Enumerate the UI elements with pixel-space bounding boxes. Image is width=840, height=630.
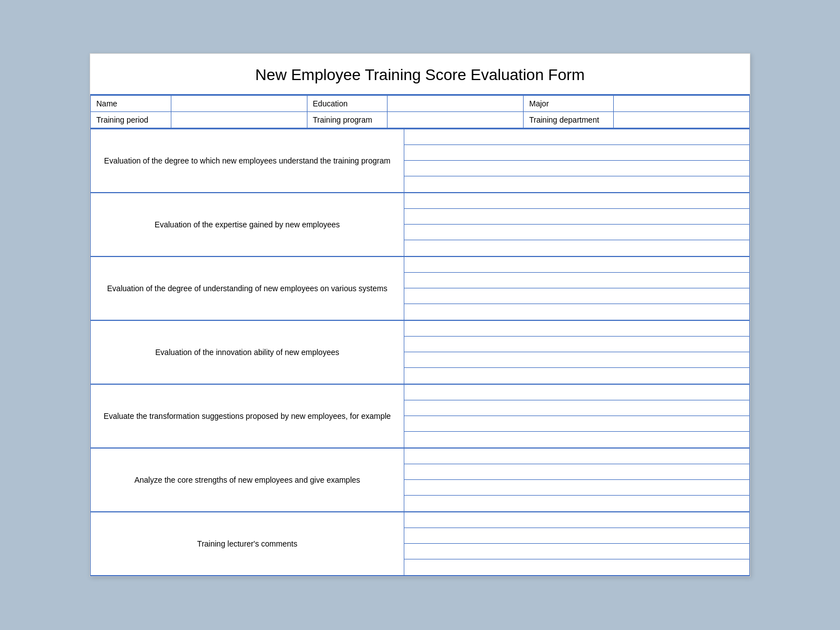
- section-2-label: Evaluation of the expertise gained by ne…: [91, 193, 404, 256]
- major-label: Major: [524, 96, 614, 112]
- sections-container: Evaluation of the degree to which new em…: [90, 128, 750, 576]
- section-2-lines: [404, 193, 749, 256]
- education-value[interactable]: [388, 96, 524, 112]
- form-title: New Employee Training Score Evaluation F…: [90, 54, 750, 95]
- section-3-lines: [404, 257, 749, 320]
- line-row[interactable]: [404, 209, 749, 225]
- training-program-value[interactable]: [388, 112, 524, 128]
- education-label: Education: [307, 96, 388, 112]
- section-6: Analyze the core strengths of new employ…: [91, 449, 749, 512]
- section-7-label: Training lecturer's comments: [91, 512, 404, 575]
- name-value[interactable]: [171, 96, 307, 112]
- training-department-value[interactable]: [614, 112, 750, 128]
- section-4-label: Evaluation of the innovation ability of …: [91, 321, 404, 384]
- line-row[interactable]: [404, 544, 749, 559]
- section-1-label: Evaluation of the degree to which new em…: [91, 129, 404, 192]
- section-3-label: Evaluation of the degree of understandin…: [91, 257, 404, 320]
- section-6-label: Analyze the core strengths of new employ…: [91, 449, 404, 511]
- major-value[interactable]: [614, 96, 750, 112]
- line-row[interactable]: [404, 449, 749, 464]
- training-program-label: Training program: [307, 112, 388, 128]
- line-row[interactable]: [404, 559, 749, 575]
- line-row[interactable]: [404, 193, 749, 209]
- section-3: Evaluation of the degree of understandin…: [91, 257, 749, 321]
- line-row[interactable]: [404, 496, 749, 511]
- training-department-label: Training department: [524, 112, 614, 128]
- line-row[interactable]: [404, 273, 749, 288]
- line-row[interactable]: [404, 304, 749, 320]
- line-row[interactable]: [404, 145, 749, 161]
- header-table: Name Education Major Training period Tra…: [90, 95, 750, 128]
- line-row[interactable]: [404, 416, 749, 432]
- section-5: Evaluate the transformation suggestions …: [91, 385, 749, 449]
- section-4: Evaluation of the innovation ability of …: [91, 321, 749, 385]
- section-1: Evaluation of the degree to which new em…: [91, 129, 749, 193]
- line-row[interactable]: [404, 352, 749, 368]
- line-row[interactable]: [404, 400, 749, 416]
- section-6-lines: [404, 449, 749, 511]
- line-row[interactable]: [404, 368, 749, 384]
- section-2: Evaluation of the expertise gained by ne…: [91, 193, 749, 257]
- line-row[interactable]: [404, 528, 749, 544]
- training-period-label: Training period: [91, 112, 171, 128]
- section-7: Training lecturer's comments: [91, 512, 749, 576]
- line-row[interactable]: [404, 432, 749, 447]
- line-row[interactable]: [404, 257, 749, 273]
- line-row[interactable]: [404, 385, 749, 400]
- section-1-lines: [404, 129, 749, 192]
- line-row[interactable]: [404, 161, 749, 176]
- line-row[interactable]: [404, 240, 749, 256]
- section-4-lines: [404, 321, 749, 384]
- section-7-lines: [404, 512, 749, 575]
- line-row[interactable]: [404, 480, 749, 496]
- line-row[interactable]: [404, 225, 749, 240]
- training-period-value[interactable]: [171, 112, 307, 128]
- line-row[interactable]: [404, 512, 749, 528]
- line-row[interactable]: [404, 321, 749, 337]
- line-row[interactable]: [404, 337, 749, 352]
- name-label: Name: [91, 96, 171, 112]
- line-row[interactable]: [404, 288, 749, 304]
- section-5-lines: [404, 385, 749, 447]
- line-row[interactable]: [404, 129, 749, 145]
- form-container: New Employee Training Score Evaluation F…: [90, 53, 750, 577]
- line-row[interactable]: [404, 176, 749, 192]
- line-row[interactable]: [404, 464, 749, 480]
- section-5-label: Evaluate the transformation suggestions …: [91, 385, 404, 447]
